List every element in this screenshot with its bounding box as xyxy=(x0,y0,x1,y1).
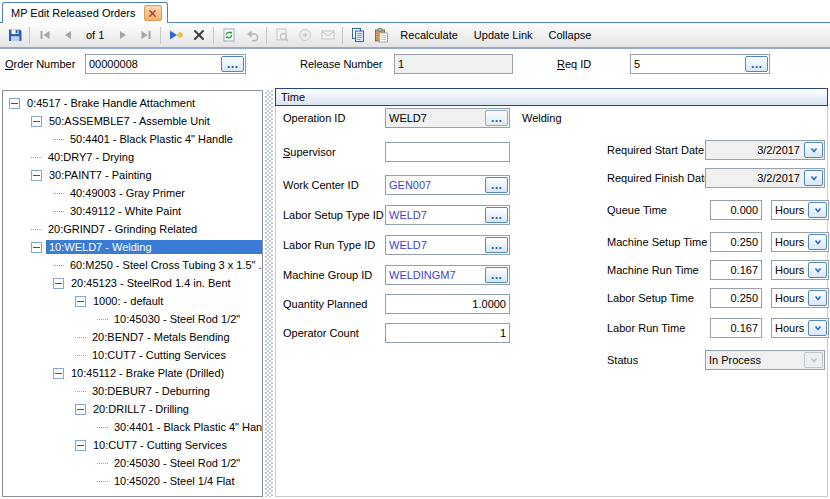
tree-item[interactable]: 10:45020 - Steel 1/4 Flat xyxy=(3,472,262,490)
tree-item[interactable]: 20:45030 - Steel Rod 1/2" xyxy=(3,454,262,472)
update-link-button[interactable]: Update Link xyxy=(466,25,541,45)
queue-time-unit-input[interactable] xyxy=(772,201,807,219)
go-to-button[interactable] xyxy=(293,25,316,45)
operator-count-input[interactable] xyxy=(386,324,509,342)
collapse-button[interactable]: Collapse xyxy=(541,25,600,45)
chevron-down-icon xyxy=(813,265,823,275)
tree-item[interactable]: 40:DRY7 - Drying xyxy=(3,148,262,166)
labor-setup-time-unit-input[interactable] xyxy=(772,289,807,307)
paste-button[interactable] xyxy=(369,25,392,45)
collapse-toggle-icon[interactable] xyxy=(9,98,20,109)
collapse-toggle-icon[interactable] xyxy=(53,368,64,379)
panel-splitter[interactable] xyxy=(265,90,273,497)
collapse-toggle-icon[interactable] xyxy=(75,296,86,307)
machine-setup-time-unit-input[interactable] xyxy=(772,233,807,251)
last-record-icon xyxy=(138,27,154,43)
tree-item[interactable]: 30:PAINT7 - Painting xyxy=(3,166,262,184)
labor-run-time-input[interactable] xyxy=(711,319,761,337)
machine-setup-time-field xyxy=(710,232,762,252)
tree-item[interactable]: 50:ASSEMBLE7 - Assemble Unit xyxy=(3,112,262,130)
labor-run-time-unit-input[interactable] xyxy=(772,319,807,337)
machine-setup-time-unit-combo xyxy=(771,232,829,252)
tree-item[interactable]: 10:CUT7 - Cutting Services xyxy=(3,436,262,454)
labor-run-type-id-input[interactable] xyxy=(386,236,484,254)
release-number-input[interactable] xyxy=(395,55,512,73)
tab-close-button[interactable] xyxy=(144,5,162,21)
status-input[interactable] xyxy=(706,351,803,369)
labor-setup-time-input[interactable] xyxy=(711,289,761,307)
labor-setup-type-id-input[interactable] xyxy=(386,206,484,224)
refresh-button[interactable] xyxy=(217,25,240,45)
copy-button[interactable] xyxy=(346,25,369,45)
previous-record-button[interactable] xyxy=(56,25,79,45)
release-number-field xyxy=(394,54,513,74)
collapse-toggle-icon[interactable] xyxy=(75,440,86,451)
tree-item[interactable]: 30:DEBUR7 - Deburring xyxy=(3,382,262,400)
tree-item[interactable]: 30:49112 - White Paint xyxy=(3,202,262,220)
tree-item[interactable]: 20:GRIND7 - Grinding Related xyxy=(3,220,262,238)
recalculate-button[interactable]: Recalculate xyxy=(392,25,465,45)
tree-item[interactable]: 20:45123 - SteelRod 1.4 in. Bent xyxy=(3,274,262,292)
machine-group-id-input[interactable] xyxy=(386,266,484,284)
print-preview-button[interactable] xyxy=(270,25,293,45)
order-number-field: … xyxy=(85,54,246,74)
required-finish-date-input[interactable] xyxy=(706,169,803,187)
order-number-input[interactable] xyxy=(86,55,220,73)
tree-connector xyxy=(53,211,64,212)
labor-run-type-id-lookup-button[interactable]: … xyxy=(485,237,508,253)
tree-item[interactable]: 10:CUT7 - Cutting Services xyxy=(3,346,262,364)
undo-icon xyxy=(244,27,260,43)
labor-run-time-unit-dropdown-button[interactable] xyxy=(808,320,827,336)
collapse-toggle-icon[interactable] xyxy=(31,242,42,253)
new-record-button[interactable] xyxy=(164,25,187,45)
tree-item[interactable]: 40:49003 - Gray Primer xyxy=(3,184,262,202)
first-record-button[interactable] xyxy=(33,25,56,45)
tab-mp-edit-released-orders[interactable]: MP Edit Released Orders xyxy=(2,2,168,23)
time-panel-header[interactable]: Time xyxy=(275,88,828,106)
last-record-button[interactable] xyxy=(134,25,157,45)
req-id-input[interactable] xyxy=(631,55,744,73)
chevron-down-icon xyxy=(813,323,823,333)
machine-run-time-unit-input[interactable] xyxy=(772,261,807,279)
supervisor-input[interactable] xyxy=(386,143,509,161)
collapse-toggle-icon[interactable] xyxy=(53,278,64,289)
req-id-lookup-button[interactable]: … xyxy=(745,56,768,72)
queue-time-input[interactable] xyxy=(711,201,761,219)
machine-setup-time-unit-dropdown-button[interactable] xyxy=(808,234,827,250)
tree-item-selected[interactable]: 10:WELD7 - Welding xyxy=(3,238,262,256)
undo-button[interactable] xyxy=(240,25,263,45)
next-record-button[interactable] xyxy=(111,25,134,45)
tree-item[interactable]: 10:45030 - Steel Rod 1/2" xyxy=(3,310,262,328)
save-button[interactable] xyxy=(3,25,26,45)
required-start-date-dropdown-button[interactable] xyxy=(804,142,823,158)
queue-time-unit-dropdown-button[interactable] xyxy=(808,202,827,218)
required-start-date-input[interactable] xyxy=(706,141,803,159)
collapse-toggle-icon[interactable] xyxy=(31,116,42,127)
tree-item[interactable]: 50:4401 - Black Plastic 4" Handle xyxy=(3,130,262,148)
quantity-planned-input[interactable] xyxy=(386,295,509,313)
tree-item[interactable]: 30:4401 - Black Plastic 4" Handle xyxy=(3,418,262,436)
machine-setup-time-input[interactable] xyxy=(711,233,761,251)
order-number-lookup-button[interactable]: … xyxy=(221,56,244,72)
work-center-id-lookup-button[interactable]: … xyxy=(485,177,508,193)
tree-item[interactable]: 10:45112 - Brake Plate (Drilled) xyxy=(3,364,262,382)
email-button[interactable] xyxy=(316,25,339,45)
required-finish-date-dropdown-button[interactable] xyxy=(804,170,823,186)
tree-item[interactable]: 20:BEND7 - Metals Bending xyxy=(3,328,262,346)
machine-group-id-lookup-button[interactable]: … xyxy=(485,267,508,283)
tree-item[interactable]: 20:DRILL7 - Drilling xyxy=(3,400,262,418)
collapse-toggle-icon[interactable] xyxy=(31,170,42,181)
operation-id-input[interactable] xyxy=(386,109,484,127)
collapse-toggle-icon[interactable] xyxy=(75,404,86,415)
delete-button[interactable] xyxy=(187,25,210,45)
tree-item[interactable]: 1000: - default xyxy=(3,292,262,310)
labor-setup-time-unit-dropdown-button[interactable] xyxy=(808,290,827,306)
machine-run-time-unit-dropdown-button[interactable] xyxy=(808,262,827,278)
tree-item[interactable]: 60:M250 - Steel Cross Tubing 3 x 1.5" ..… xyxy=(3,256,262,274)
labor-setup-type-id-lookup-button[interactable]: … xyxy=(485,207,508,223)
operation-id-lookup-button[interactable]: … xyxy=(485,110,508,126)
tab-strip: MP Edit Released Orders xyxy=(0,0,830,23)
work-center-id-input[interactable] xyxy=(386,176,484,194)
machine-run-time-input[interactable] xyxy=(711,261,761,279)
tree-item[interactable]: 0:4517 - Brake Handle Attachment xyxy=(3,94,262,112)
